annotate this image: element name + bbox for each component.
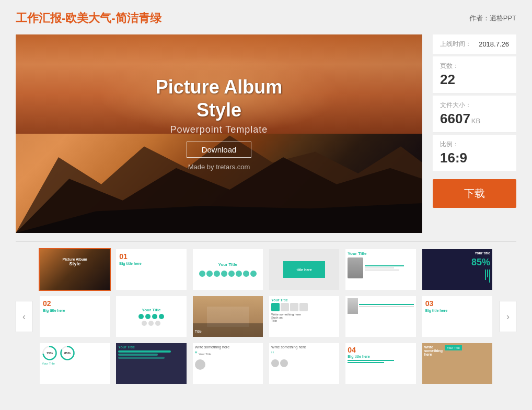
chevron-left-icon: ‹	[22, 311, 26, 322]
filesize-group: 文件大小： 6607 KB	[433, 96, 516, 133]
ratio-label: 比例：	[440, 140, 509, 149]
page-title: 工作汇报-欧美大气-简洁青绿	[16, 10, 161, 26]
thumbnail-10[interactable]: Your Title Write something hereSuch asTi…	[268, 295, 340, 338]
download-action-button[interactable]: 下载	[433, 179, 516, 208]
thumbnail-16[interactable]: Write something here "	[268, 342, 340, 385]
thumbnail-15[interactable]: Write something here " Your Title	[192, 342, 264, 385]
thumbnail-1[interactable]: Picture AlbumStyle	[39, 248, 111, 291]
author-name: 逍格PPT	[490, 14, 516, 22]
pages-value: 22	[440, 72, 509, 88]
date-value: 2018.7.26	[479, 40, 509, 48]
gallery-section: ‹ Picture AlbumStyle 01 Big title here	[16, 248, 516, 385]
ratio-value: 16:9	[440, 150, 509, 166]
thumbnail-5[interactable]: Your Title	[344, 248, 417, 291]
gallery-prev-button[interactable]: ‹	[16, 301, 32, 332]
preview-bg: Picture Album Style Powerpoint Template …	[16, 34, 422, 233]
preview-text-block: Picture Album Style Powerpoint Template …	[156, 76, 283, 170]
thumbnail-3[interactable]: Your Title	[192, 248, 264, 291]
thumbnail-12[interactable]: 03 Big title here	[421, 295, 493, 338]
preview-main-title: Picture Album Style	[156, 76, 283, 121]
thumbnail-6[interactable]: Your title 85%	[421, 248, 493, 291]
thumbnail-14[interactable]: Your Title	[115, 342, 187, 385]
date-label: 上线时间：	[440, 40, 471, 49]
thumbnail-8[interactable]: Your Title	[115, 295, 187, 338]
separator	[16, 241, 516, 242]
thumbnail-2[interactable]: 01 Big title here	[115, 248, 187, 291]
thumbnail-18[interactable]: Writesomethinghere Your Title	[421, 342, 493, 385]
header-row: 工作汇报-欧美大气-简洁青绿 作者：逍格PPT	[16, 10, 516, 26]
chevron-right-icon: ›	[506, 311, 510, 322]
thumbnail-7[interactable]: 02 Big title here	[39, 295, 111, 338]
gallery-row-2: 02 Big title here Your Title	[39, 295, 493, 338]
thumbnail-13[interactable]: 75% 85% Your Title	[39, 342, 111, 385]
filesize-value: 6607	[440, 111, 470, 127]
date-row: 上线时间： 2018.7.26	[433, 34, 516, 54]
thumbnail-4[interactable]: title here	[268, 248, 340, 291]
filesize-unit: KB	[471, 117, 480, 125]
gallery-row-3: 75% 85% Your Title	[39, 342, 493, 385]
preview-download-button[interactable]: Download	[187, 142, 252, 158]
pages-label: 页数：	[440, 62, 509, 71]
gallery-next-button[interactable]: ›	[500, 301, 516, 332]
gallery-rows: Picture AlbumStyle 01 Big title here	[16, 248, 516, 385]
preview-sub-title: Powerpoint Template	[156, 124, 283, 135]
author-label: 作者：	[469, 14, 490, 22]
preview-made-by: Made by tretars.com	[156, 163, 283, 171]
side-info-panel: 上线时间： 2018.7.26 页数： 22 文件大小： 6607 KB 比例：…	[433, 34, 516, 233]
page-wrapper: 工作汇报-欧美大气-简洁青绿 作者：逍格PPT	[0, 0, 532, 395]
pages-group: 页数： 22	[433, 56, 516, 93]
ratio-group: 比例： 16:9	[433, 135, 516, 172]
thumbnail-9[interactable]: Title	[192, 295, 264, 338]
main-content: Picture Album Style Powerpoint Template …	[16, 34, 516, 233]
gallery-row-1: Picture AlbumStyle 01 Big title here	[39, 248, 493, 291]
author-info: 作者：逍格PPT	[469, 14, 516, 23]
thumbnail-17[interactable]: 04 Big title here	[344, 342, 417, 385]
filesize-label: 文件大小：	[440, 101, 509, 110]
preview-container: Picture Album Style Powerpoint Template …	[16, 34, 422, 233]
filesize-value-row: 6607 KB	[440, 111, 509, 127]
thumbnail-11[interactable]	[344, 295, 417, 338]
